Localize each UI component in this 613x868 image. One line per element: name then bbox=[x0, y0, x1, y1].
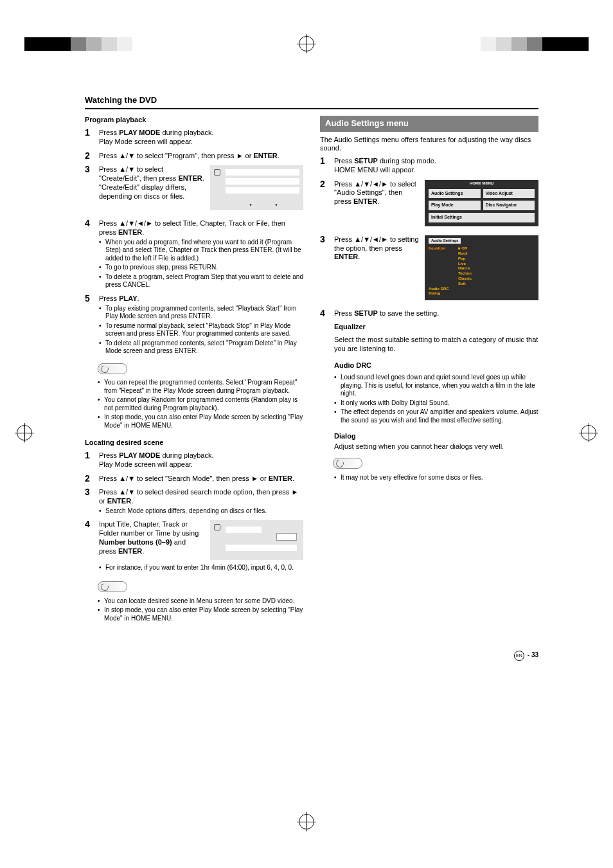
program-playback-steps: 1 Press PLAY MODE during playback. Play … bbox=[85, 129, 303, 356]
step-sub: HOME MENU will appear. bbox=[334, 166, 416, 174]
bullet: Loud sound level goes down and quiet sou… bbox=[334, 374, 538, 398]
bullet: To delete a program, select Program Step… bbox=[99, 273, 303, 289]
right-column: Audio Settings menu The Audio Settings m… bbox=[320, 116, 538, 624]
step-text: Press PLAY MODE during playback. bbox=[99, 451, 214, 459]
step-bullets: Search Mode options differs, depending o… bbox=[99, 507, 303, 516]
section-title: Watching the DVD bbox=[85, 95, 538, 105]
note: You can repeat the programmed contents. … bbox=[98, 379, 303, 395]
audio-drc-bullets: Loud sound level goes down and quiet sou… bbox=[334, 374, 538, 424]
audio-drc-heading: Audio DRC bbox=[334, 361, 538, 370]
step-number: 4 bbox=[320, 308, 325, 320]
step-sub: Play Mode screen will appear. bbox=[99, 138, 193, 145]
locating-heading: Locating desired scene bbox=[85, 439, 303, 448]
note-icon bbox=[98, 581, 127, 592]
bullet: Search Mode options differs, depending o… bbox=[99, 507, 303, 516]
note: You can locate desired scene in Menu scr… bbox=[98, 597, 303, 606]
audio-label-drc: Audio DRC bbox=[429, 287, 458, 292]
note: In stop mode, you can also enter Play Mo… bbox=[98, 413, 303, 429]
step-number: 3 bbox=[320, 234, 325, 246]
step-number: 1 bbox=[85, 450, 90, 462]
home-menu-video-adjust: Video Adjust bbox=[483, 189, 535, 199]
step-text: Press PLAY MODE during playback. bbox=[99, 129, 214, 136]
note-icon bbox=[333, 458, 362, 469]
step-text: Input Title, Chapter, Track or Folder nu… bbox=[99, 520, 199, 554]
bullet: For instance, if you want to enter 1hr 4… bbox=[99, 564, 303, 572]
divider bbox=[85, 108, 538, 109]
registration-mark-icon bbox=[581, 425, 596, 443]
locating-steps: 1 Press PLAY MODE during playback. Play … bbox=[85, 451, 303, 574]
page-content: Watching the DVD Program playback 1 Pres… bbox=[85, 95, 538, 624]
crop-marks-top-right bbox=[481, 37, 589, 51]
locating-notes: You can locate desired scene in Menu scr… bbox=[98, 597, 303, 623]
osd-search-illustration bbox=[210, 520, 303, 560]
step-number: 2 bbox=[85, 150, 90, 162]
step-bullets: When you add a program, find where you w… bbox=[99, 239, 303, 289]
left-column: Program playback 1 Press PLAY MODE durin… bbox=[85, 116, 303, 624]
dialog-body: Adjust setting when you cannot hear dial… bbox=[334, 442, 538, 451]
dialog-note: It may not be very effective for some di… bbox=[334, 474, 538, 482]
step-number: 4 bbox=[85, 519, 90, 530]
audio-label-dialog: Dialog bbox=[429, 291, 458, 296]
step-text: Press ▲/▼/◄/► to setting the option, the… bbox=[334, 235, 419, 261]
step-number: 3 bbox=[85, 487, 90, 498]
step-text: Press ▲/▼ to select desired search mode … bbox=[99, 488, 298, 505]
step-number: 2 bbox=[320, 179, 325, 190]
audio-label-equalizer: Equalizer bbox=[429, 246, 458, 286]
bullet: When you add a program, find where you w… bbox=[99, 239, 303, 263]
registration-mark-icon bbox=[17, 425, 32, 443]
step-text: Press ▲/▼/◄/► to select Title, Chapter, … bbox=[99, 219, 285, 236]
step-text: Press PLAY. bbox=[99, 294, 139, 302]
step-number: 1 bbox=[85, 127, 90, 139]
step-text: Press ▲/▼ to select "Create/Edit", then … bbox=[99, 165, 204, 199]
step-text: Press ▲/▼/◄/► to select "Audio Settings"… bbox=[334, 180, 416, 206]
program-playback-heading: Program playback bbox=[85, 116, 303, 125]
home-menu-initial-settings: Initial Settings bbox=[429, 213, 535, 222]
step-text: Press SETUP during stop mode. bbox=[334, 157, 436, 165]
dialog-heading: Dialog bbox=[334, 432, 538, 441]
step-text: Press ▲/▼ to select "Program", then pres… bbox=[99, 152, 280, 159]
bullet: It only works with Dolby Digital Sound. bbox=[334, 399, 538, 408]
step-bullets: To play existing programmed contents, se… bbox=[99, 305, 303, 356]
step-number: 2 bbox=[85, 473, 90, 485]
home-menu-play-mode: Play Mode bbox=[429, 201, 481, 210]
step-number: 3 bbox=[85, 164, 90, 176]
audio-settings-osd: Audio Settings Equalizer ■ Off Rock Pop … bbox=[425, 235, 538, 300]
home-menu-disc-navigator: Disc Navigator bbox=[483, 201, 535, 210]
note-icon bbox=[98, 363, 127, 374]
step-number: 4 bbox=[85, 218, 90, 230]
step-number: 1 bbox=[320, 156, 325, 167]
crop-marks-top-left bbox=[24, 37, 132, 51]
program-notes: You can repeat the programmed contents. … bbox=[98, 379, 303, 429]
home-menu-osd: HOME MENU Audio Settings Video Adjust Pl… bbox=[425, 180, 538, 226]
note: It may not be very effective for some di… bbox=[334, 474, 538, 482]
audio-settings-title: Audio Settings menu bbox=[320, 116, 538, 131]
equalizer-body: Select the most suitable setting to matc… bbox=[334, 336, 538, 354]
home-menu-audio-settings: Audio Settings bbox=[429, 189, 481, 199]
audio-panel-title: Audio Settings bbox=[429, 238, 461, 244]
step-sub: Play Mode screen will appear. bbox=[99, 460, 193, 468]
note: You cannot play Random for programmed co… bbox=[98, 396, 303, 412]
bullet: To delete all programmed contents, selec… bbox=[99, 339, 303, 356]
bullet: To play existing programmed contents, se… bbox=[99, 305, 303, 321]
osd-create-edit-illustration: ▼ ▼ bbox=[210, 165, 303, 210]
registration-mark-icon bbox=[299, 814, 314, 832]
note: In stop mode, you can also enter Play Mo… bbox=[98, 606, 303, 622]
lang-badge: EN bbox=[514, 651, 524, 661]
step-bullets: For instance, if you want to enter 1hr 4… bbox=[99, 564, 303, 572]
bullet: To resume normal playback, select "Playb… bbox=[99, 322, 303, 338]
home-menu-title: HOME MENU bbox=[470, 181, 493, 186]
bullet: The effect depends on your AV amplifier … bbox=[334, 408, 538, 424]
step-number: 5 bbox=[85, 293, 90, 305]
equalizer-heading: Equalizer bbox=[334, 323, 538, 332]
bullet: To go to previous step, press RETURN. bbox=[99, 264, 303, 272]
registration-mark-icon bbox=[299, 36, 314, 54]
audio-steps: 1 Press SETUP during stop mode. HOME MEN… bbox=[320, 157, 538, 318]
step-text: Press SETUP to save the setting. bbox=[334, 309, 439, 317]
page-number: EN - 33 bbox=[514, 651, 538, 661]
audio-intro: The Audio Settings menu offers features … bbox=[320, 136, 538, 154]
step-text: Press ▲/▼ to select "Search Mode", then … bbox=[99, 475, 294, 482]
